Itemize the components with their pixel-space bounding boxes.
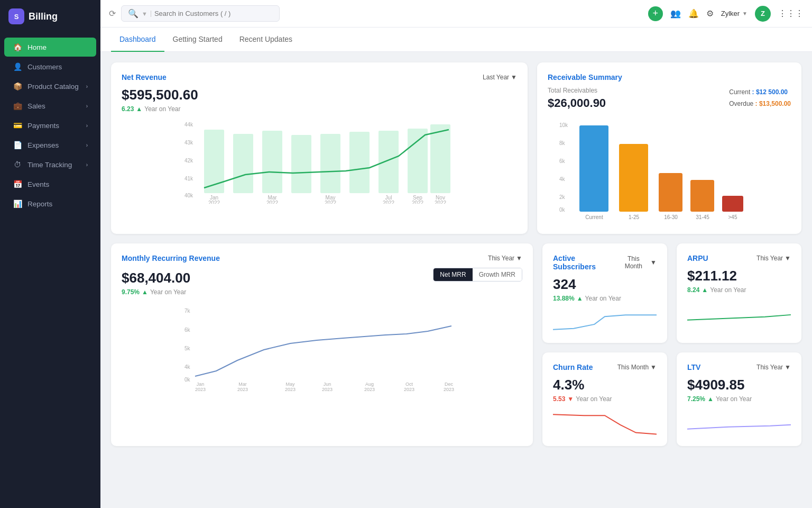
mrr-y-7k: 7k — [184, 308, 191, 314]
bar-aug — [408, 129, 428, 193]
contacts-icon[interactable]: 👥 — [670, 8, 681, 19]
search-input[interactable] — [154, 10, 273, 17]
sidebar-item-customers[interactable]: 👤 Customers — [4, 57, 96, 76]
topbar: ⟳ 🔍 ▼ + 👥 🔔 ⚙ Zylker ▼ Z ⋮⋮⋮ — [100, 0, 812, 28]
mrr-y-6k: 6k — [184, 327, 191, 333]
bar-jun — [349, 132, 370, 193]
sidebar-label-product-catalog: Product Catalog — [27, 83, 79, 90]
active-subs-yoy-label: Year on Year — [585, 295, 621, 302]
recv-x-1-25: 1-25 — [629, 214, 639, 220]
net-revenue-chart: 44k 43k 42k 41k 40k — [122, 119, 517, 204]
bar-jan — [204, 130, 224, 193]
mrr-x-oct: Oct — [405, 382, 413, 387]
mrr-yoy: 9.75% ▲ Year on Year — [122, 288, 190, 296]
churn-yoy: 5.53 ▼ Year on Year — [553, 395, 657, 403]
sidebar-item-sales[interactable]: 💼 Sales › — [4, 96, 96, 115]
row-1: Net Revenue Last Year ▼ $595,500.60 6.23… — [111, 62, 801, 234]
sidebar-label-time-tracking: Time Tracking — [27, 161, 72, 169]
mrr-y-0k: 0k — [184, 377, 191, 383]
ltv-value: $4909.85 — [687, 377, 791, 393]
mrr-x-aug-yr: 2023 — [364, 387, 375, 392]
sidebar-item-payments[interactable]: 💳 Payments › — [4, 116, 96, 135]
active-subs-period[interactable]: This Month ▼ — [619, 255, 657, 270]
grid-icon[interactable]: ⋮⋮⋮ — [778, 8, 804, 19]
arpu-period[interactable]: This Year ▼ — [756, 255, 791, 262]
mrr-chart: 7k 6k 5k 4k 0k Jan 2023 Mar 2023 May 202… — [122, 302, 522, 392]
bar-feb — [233, 134, 253, 193]
dashboard-content: Net Revenue Last Year ▼ $595,500.60 6.23… — [100, 52, 812, 508]
sales-icon: 💼 — [13, 102, 22, 110]
churn-title: Churn Rate — [553, 363, 593, 371]
ltv-line — [687, 425, 791, 429]
active-subs-title: Active Subscribers — [553, 254, 619, 271]
mrr-toggle: Net MRR Growth MRR — [433, 268, 522, 282]
sidebar-item-time-tracking[interactable]: ⏱ Time Tracking › — [4, 155, 96, 174]
add-button[interactable]: + — [648, 6, 663, 21]
recv-y-4k: 4k — [559, 176, 566, 182]
search-bar[interactable]: 🔍 ▼ — [121, 5, 280, 22]
small-cards-row-1: Active Subscribers This Month ▼ 324 13.8… — [542, 243, 801, 343]
settings-icon[interactable]: ⚙ — [706, 8, 714, 19]
bar-31-45 — [690, 180, 714, 212]
net-revenue-period-dropdown[interactable]: Last Year ▼ — [483, 74, 517, 81]
reports-icon: 📊 — [13, 199, 22, 208]
y-label-40k: 40k — [184, 193, 193, 198]
churn-sparkline — [553, 409, 657, 436]
receivable-header: Receivable Summary — [548, 73, 791, 81]
sidebar-item-expenses[interactable]: 📄 Expenses › — [4, 135, 96, 155]
churn-rate-card: Churn Rate This Month ▼ 4.3% 5.53 ▼ Year… — [542, 352, 667, 446]
subs-line — [553, 315, 657, 329]
sidebar-item-home[interactable]: 🏠 Home — [4, 38, 96, 57]
arpu-value: $211.12 — [687, 268, 791, 284]
tab-getting-started[interactable]: Getting Started — [164, 28, 231, 52]
y-label-43k: 43k — [184, 140, 193, 146]
search-scope-indicator: ▼ — [142, 11, 151, 17]
product-catalog-icon: 📦 — [13, 82, 22, 90]
bar-16-30 — [659, 173, 682, 212]
ltv-period[interactable]: This Year ▼ — [756, 364, 791, 371]
arpu-line — [687, 315, 791, 320]
sidebar-label-reports: Reports — [27, 200, 52, 208]
x-sep-year: 2022 — [412, 200, 424, 204]
notifications-icon[interactable]: 🔔 — [688, 8, 699, 19]
tab-recent-updates[interactable]: Recent Updates — [231, 28, 301, 52]
sidebar-item-events[interactable]: 📅 Events — [4, 175, 96, 194]
expenses-icon: 📄 — [13, 141, 22, 149]
mrr-x-oct-yr: 2023 — [404, 387, 414, 392]
sidebar-label-payments: Payments — [27, 122, 59, 130]
user-chevron: ▼ — [742, 11, 748, 16]
sidebar-item-product-catalog[interactable]: 📦 Product Catalog › — [4, 77, 96, 96]
overdue-value: : $13,500.00 — [755, 100, 791, 107]
active-subs-yoy: 13.88% ▲ Year on Year — [553, 295, 657, 302]
churn-period[interactable]: This Month ▼ — [617, 364, 657, 371]
refresh-icon[interactable]: ⟳ — [109, 8, 116, 19]
x-nov-year: 2022 — [435, 200, 447, 204]
growth-mrr-toggle[interactable]: Growth MRR — [473, 268, 522, 281]
home-icon: 🏠 — [13, 43, 22, 51]
bar-sep — [430, 124, 450, 193]
sidebar-label-expenses: Expenses — [27, 141, 59, 149]
user-menu[interactable]: Zylker ▼ — [721, 10, 748, 17]
sidebar-nav: 🏠 Home 👤 Customers 📦 Product Catalog › 💼… — [0, 33, 100, 508]
churn-yoy-label: Year on Year — [576, 395, 612, 403]
ltv-title: LTV — [687, 363, 700, 371]
mrr-up-arrow: ▲ — [142, 288, 148, 296]
up-arrow: ▲ — [136, 105, 142, 113]
mrr-yoy-value: 9.75% — [122, 288, 140, 296]
bar-1-25 — [619, 144, 648, 212]
ltv-yoy-label: Year on Year — [716, 395, 752, 403]
search-icon: 🔍 — [128, 8, 139, 19]
net-mrr-toggle[interactable]: Net MRR — [433, 268, 472, 281]
app-logo[interactable]: S Billing — [0, 0, 100, 33]
avatar[interactable]: Z — [755, 6, 771, 22]
mrr-x-mar: Mar — [238, 382, 247, 387]
total-recv-value: $26,000.90 — [548, 96, 606, 110]
tab-dashboard[interactable]: Dashboard — [111, 28, 164, 52]
active-subs-arrow: ▲ — [577, 295, 583, 302]
sidebar-item-reports[interactable]: 📊 Reports — [4, 194, 96, 213]
mrr-period-dropdown[interactable]: This Year ▼ — [488, 255, 522, 262]
recv-y-8k: 8k — [559, 140, 566, 146]
chevron-icon: › — [86, 84, 88, 89]
receivable-totals: Total Receivables $26,000.90 — [548, 87, 606, 110]
chevron-icon: › — [86, 162, 88, 168]
